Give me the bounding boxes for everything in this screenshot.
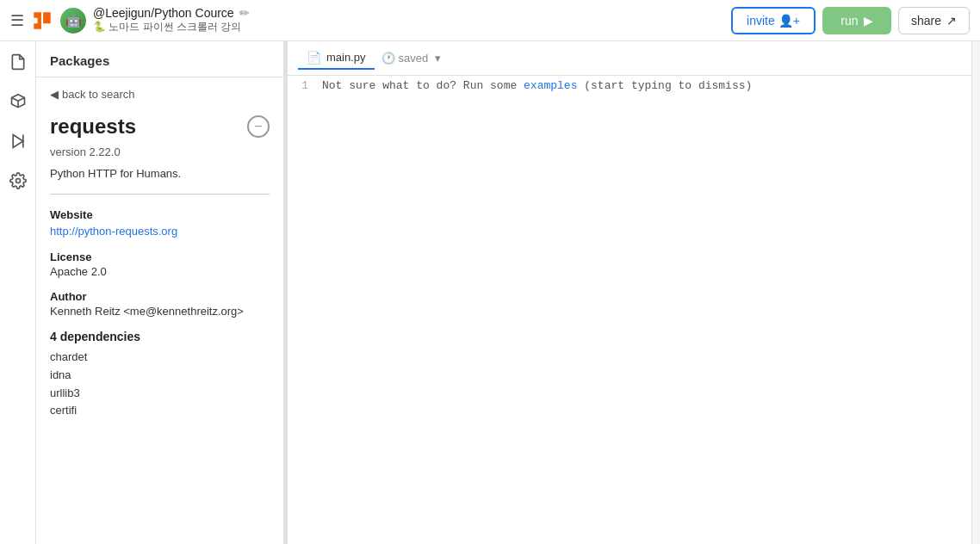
back-to-search-label: back to search (62, 88, 135, 101)
svg-point-5 (16, 179, 20, 183)
svg-line-1 (11, 97, 18, 101)
deps-label: 4 dependencies (50, 330, 270, 343)
add-person-icon: 👤+ (778, 14, 800, 28)
tab-main-py[interactable]: 📄 main.py (298, 47, 375, 70)
topbar-title-group: @Leejigun/Python Cource ✏ 🐍 노마드 파이썬 스크롤러… (93, 6, 250, 34)
right-scrollbar[interactable] (971, 41, 980, 544)
run-button[interactable]: run ▶ (822, 7, 891, 34)
topbar-title-row: @Leejigun/Python Cource ✏ (93, 6, 250, 20)
back-to-search-link[interactable]: ◀ back to search (36, 77, 283, 108)
run-play-icon: ▶ (864, 14, 873, 28)
svg-line-2 (18, 97, 25, 101)
project-name: @Leejigun/Python Cource (93, 6, 234, 20)
license-section: License Apache 2.0 (50, 250, 270, 278)
package-detail: requests − version 2.22.0 Python HTTP fo… (36, 108, 283, 444)
run-label: run (840, 14, 858, 28)
hamburger-icon[interactable]: ☰ (10, 11, 24, 30)
clock-icon: 🕐 (381, 52, 395, 65)
line-number-1: 1 (288, 77, 322, 92)
editor-tabs: 📄 main.py 🕐 saved ▾ (288, 41, 971, 76)
dep-idna: idna (50, 367, 270, 385)
avatar[interactable]: 🤖 (60, 8, 86, 34)
sidebar-item-packages[interactable] (6, 90, 30, 114)
back-arrow-icon: ◀ (50, 88, 59, 101)
tab-actions: 🕐 saved ▾ (381, 50, 445, 66)
topbar-left: ☰ 🤖 @Leejigun/Python Cource ✏ 🐍 노마드 파이썬 … (10, 6, 724, 34)
website-label: Website (50, 208, 270, 221)
package-name: requests (50, 114, 136, 139)
line-content-1: Not sure what to do? Run some examples (… (322, 77, 971, 92)
license-value: Apache 2.0 (50, 265, 270, 278)
author-label: Author (50, 290, 270, 303)
editor-content[interactable]: 1 Not sure what to do? Run some examples… (288, 76, 971, 544)
saved-button[interactable]: 🕐 saved (381, 52, 429, 65)
packages-panel: Packages ◀ back to search requests − ver… (36, 41, 284, 544)
package-name-row: requests − (50, 114, 270, 139)
svg-marker-3 (13, 135, 23, 148)
sidebar-item-settings[interactable] (6, 169, 30, 193)
saved-label: saved (399, 52, 429, 65)
invite-label: invite (747, 14, 775, 28)
share-button[interactable]: share ↗ (898, 7, 970, 34)
sidebar-item-run[interactable] (6, 129, 30, 153)
remove-package-button[interactable]: − (247, 115, 270, 138)
dependencies-section: 4 dependencies chardet idna urllib3 cert… (50, 330, 270, 420)
share-label: share (911, 14, 941, 28)
share-export-icon: ↗ (946, 14, 957, 28)
invite-button[interactable]: invite 👤+ (731, 7, 816, 34)
package-description: Python HTTP for Humans. (50, 167, 270, 180)
author-section: Author Kenneth Reitz <me@kennethreitz.or… (50, 290, 270, 318)
topbar-actions: invite 👤+ run ▶ share ↗ (731, 7, 970, 34)
divider (50, 194, 270, 195)
author-value: Kenneth Reitz <me@kennethreitz.org> (50, 305, 270, 318)
code-line-1: 1 Not sure what to do? Run some examples… (288, 76, 971, 94)
project-subtitle: 🐍 노마드 파이썬 스크롤러 강의 (93, 20, 250, 34)
file-icon: 📄 (307, 51, 321, 65)
dep-urllib3: urllib3 (50, 385, 270, 403)
tab-filename: main.py (326, 51, 366, 64)
website-section: Website http://python-requests.org (50, 208, 270, 238)
main-layout: Packages ◀ back to search requests − ver… (0, 41, 980, 544)
sidebar-item-files[interactable] (6, 50, 30, 74)
examples-link[interactable]: examples (524, 79, 577, 92)
editor-area: 📄 main.py 🕐 saved ▾ 1 Not sure what to d… (288, 41, 971, 544)
tab-dropdown-button[interactable]: ▾ (431, 50, 444, 66)
edit-icon[interactable]: ✏ (239, 6, 250, 20)
icon-sidebar (0, 41, 36, 544)
website-link[interactable]: http://python-requests.org (50, 225, 177, 238)
replit-logo (31, 9, 53, 32)
package-version: version 2.22.0 (50, 145, 270, 158)
topbar: ☰ 🤖 @Leejigun/Python Cource ✏ 🐍 노마드 파이썬 … (0, 0, 980, 41)
dep-chardet: chardet (50, 349, 270, 367)
license-label: License (50, 250, 270, 263)
packages-header: Packages (36, 41, 283, 77)
dep-certifi: certifi (50, 402, 270, 420)
